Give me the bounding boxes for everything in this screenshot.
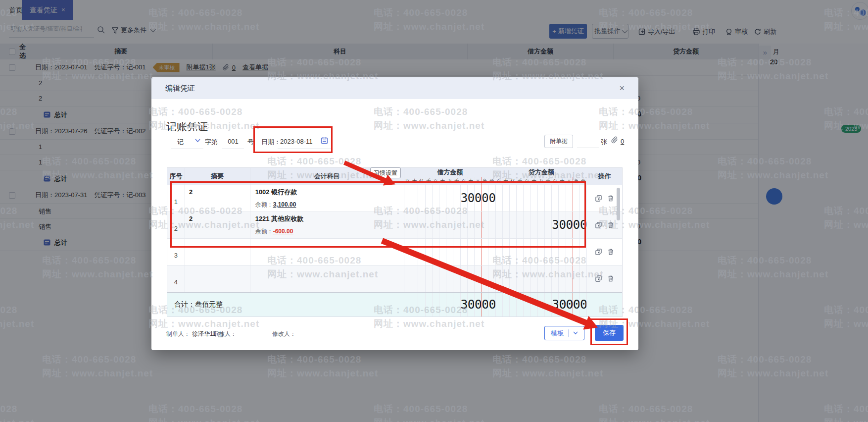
copy-row-icon[interactable] bbox=[595, 222, 602, 228]
habit-settings-button[interactable]: 习惯设置 bbox=[370, 167, 401, 178]
amount-digit-cell[interactable] bbox=[418, 185, 425, 211]
amount-digit-cell[interactable]: 0 bbox=[481, 293, 488, 316]
amount-digit-cell[interactable]: 0 bbox=[573, 212, 580, 238]
entry-debit-cell[interactable] bbox=[404, 212, 496, 238]
copy-row-icon[interactable] bbox=[595, 249, 602, 255]
entry-debit-cell[interactable] bbox=[404, 239, 496, 265]
amount-digit-cell[interactable] bbox=[496, 239, 503, 265]
amount-digit-cell[interactable] bbox=[453, 185, 460, 211]
amount-digit-cell[interactable]: 3 bbox=[461, 293, 468, 316]
amount-digit-cell[interactable] bbox=[531, 265, 538, 292]
amount-digit-cell[interactable] bbox=[573, 239, 580, 265]
amount-digit-cell[interactable] bbox=[411, 293, 418, 316]
amount-digit-cell[interactable]: 0 bbox=[566, 212, 573, 238]
amount-digit-cell[interactable] bbox=[453, 212, 460, 238]
amount-digit-cell[interactable] bbox=[580, 185, 587, 211]
amount-digit-cell[interactable] bbox=[517, 265, 524, 292]
amount-digit-cell[interactable] bbox=[531, 185, 538, 211]
amount-digit-cell[interactable] bbox=[468, 212, 475, 238]
amount-digit-cell[interactable] bbox=[439, 185, 446, 211]
amount-digit-cell[interactable] bbox=[439, 293, 446, 316]
save-button[interactable]: 保存 bbox=[595, 325, 624, 341]
amount-digit-cell[interactable] bbox=[439, 212, 446, 238]
amount-digit-cell[interactable] bbox=[503, 293, 510, 316]
entry-credit-cell[interactable]: 30000 bbox=[496, 212, 587, 238]
amount-digit-cell[interactable] bbox=[481, 239, 488, 265]
amount-digit-cell[interactable]: 3 bbox=[552, 212, 559, 238]
amount-digit-cell[interactable] bbox=[481, 265, 488, 292]
amount-digit-cell[interactable] bbox=[545, 293, 552, 316]
amount-digit-cell[interactable]: 0 bbox=[566, 293, 573, 316]
amount-digit-cell[interactable] bbox=[559, 265, 566, 292]
amount-digit-cell[interactable]: 0 bbox=[475, 293, 482, 316]
amount-digit-cell[interactable] bbox=[404, 212, 411, 238]
amount-digit-cell[interactable] bbox=[418, 239, 425, 265]
amount-digit-cell[interactable]: 0 bbox=[488, 185, 495, 211]
amount-digit-cell[interactable] bbox=[446, 239, 453, 265]
amount-digit-cell[interactable] bbox=[418, 265, 425, 292]
amount-digit-cell[interactable] bbox=[538, 265, 545, 292]
amount-digit-cell[interactable] bbox=[510, 185, 517, 211]
amount-digit-cell[interactable] bbox=[446, 293, 453, 316]
amount-digit-cell[interactable] bbox=[531, 293, 538, 316]
amount-digit-cell[interactable] bbox=[461, 212, 468, 238]
amount-digit-cell[interactable] bbox=[453, 293, 460, 316]
amount-digit-cell[interactable] bbox=[433, 239, 439, 265]
amount-digit-cell[interactable] bbox=[461, 239, 468, 265]
amount-digit-cell[interactable] bbox=[517, 185, 524, 211]
delete-row-icon[interactable] bbox=[608, 275, 614, 282]
amount-digit-cell[interactable] bbox=[418, 293, 425, 316]
attach-doc-button[interactable]: 附单据 bbox=[544, 135, 573, 148]
amount-digit-cell[interactable] bbox=[524, 185, 530, 211]
amount-digit-cell[interactable] bbox=[496, 212, 503, 238]
amount-digit-cell[interactable] bbox=[411, 185, 418, 211]
delete-row-icon[interactable] bbox=[608, 195, 614, 202]
amount-digit-cell[interactable] bbox=[510, 212, 517, 238]
amount-digit-cell[interactable] bbox=[517, 293, 524, 316]
template-button[interactable]: 模板 bbox=[544, 326, 584, 340]
amount-digit-cell[interactable] bbox=[545, 212, 552, 238]
amount-digit-cell[interactable] bbox=[426, 185, 433, 211]
voucher-entry-row[interactable]: 4 bbox=[167, 265, 622, 292]
amount-digit-cell[interactable] bbox=[404, 185, 411, 211]
amount-digit-cell[interactable] bbox=[559, 185, 566, 211]
amount-digit-cell[interactable] bbox=[411, 212, 418, 238]
voucher-entry-row[interactable]: 221221 其他应收款余额：-600.0030000 bbox=[167, 212, 622, 239]
amount-digit-cell[interactable]: 0 bbox=[559, 212, 566, 238]
entry-credit-cell[interactable] bbox=[496, 185, 587, 211]
amount-digit-cell[interactable] bbox=[426, 239, 433, 265]
amount-digit-cell[interactable] bbox=[510, 293, 517, 316]
amount-digit-cell[interactable] bbox=[488, 239, 495, 265]
amount-digit-cell[interactable] bbox=[524, 265, 530, 292]
delete-row-icon[interactable] bbox=[608, 249, 614, 255]
entry-summary-cell[interactable] bbox=[185, 265, 250, 292]
amount-digit-cell[interactable]: 0 bbox=[468, 185, 475, 211]
amount-digit-cell[interactable] bbox=[503, 239, 510, 265]
amount-digit-cell[interactable] bbox=[411, 265, 418, 292]
paperclip-icon[interactable] bbox=[611, 136, 618, 144]
amount-digit-cell[interactable] bbox=[503, 212, 510, 238]
amount-digit-cell[interactable]: 0 bbox=[580, 293, 587, 316]
amount-digit-cell[interactable] bbox=[439, 239, 446, 265]
amount-digit-cell[interactable] bbox=[552, 265, 559, 292]
amount-digit-cell[interactable] bbox=[439, 265, 446, 292]
entry-credit-cell[interactable] bbox=[496, 239, 587, 265]
amount-digit-cell[interactable] bbox=[404, 265, 411, 292]
amount-digit-cell[interactable] bbox=[475, 239, 482, 265]
table-scrollbar[interactable] bbox=[617, 188, 620, 220]
amount-digit-cell[interactable] bbox=[510, 265, 517, 292]
amount-digit-cell[interactable] bbox=[426, 212, 433, 238]
amount-digit-cell[interactable] bbox=[433, 265, 439, 292]
amount-digit-cell[interactable] bbox=[468, 239, 475, 265]
amount-digit-cell[interactable]: 0 bbox=[573, 293, 580, 316]
amount-digit-cell[interactable] bbox=[524, 212, 530, 238]
amount-digit-cell[interactable] bbox=[566, 185, 573, 211]
amount-digit-cell[interactable] bbox=[524, 293, 530, 316]
amount-digit-cell[interactable] bbox=[573, 265, 580, 292]
date-input[interactable]: 2023-08-11 bbox=[280, 138, 313, 145]
amount-digit-cell[interactable]: 0 bbox=[580, 212, 587, 238]
amount-digit-cell[interactable] bbox=[446, 185, 453, 211]
amount-digit-cell[interactable] bbox=[531, 212, 538, 238]
amount-digit-cell[interactable] bbox=[404, 239, 411, 265]
voucher-number-input[interactable]: 001 bbox=[222, 138, 244, 145]
